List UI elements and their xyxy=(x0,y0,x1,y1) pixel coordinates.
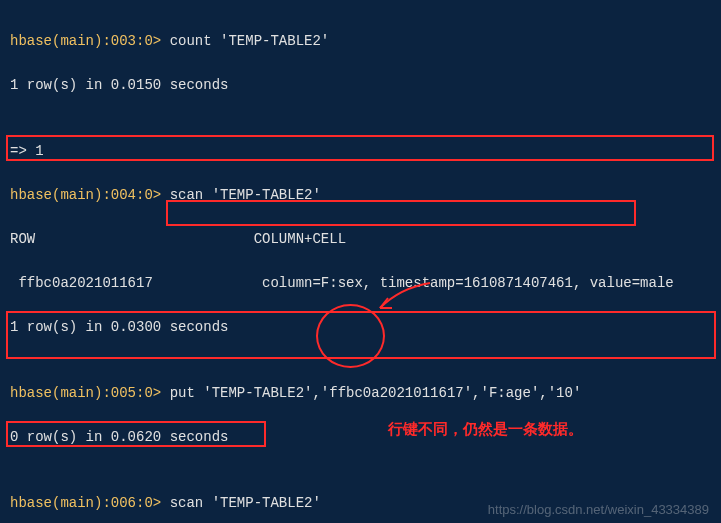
line: hbase(main):005:0> put 'TEMP-TABLE2','ff… xyxy=(10,382,711,404)
command-text: scan 'TEMP-TABLE2' xyxy=(161,187,321,203)
command-text: count 'TEMP-TABLE2' xyxy=(161,33,329,49)
prompt: hbase(main):003:0> xyxy=(10,33,161,49)
prompt: hbase(main):004:0> xyxy=(10,187,161,203)
command-text: scan 'TEMP-TABLE2' xyxy=(161,495,321,511)
line: ffbc0a2021011617 column=F:sex, timestamp… xyxy=(10,272,711,294)
command-text: put 'TEMP-TABLE2','ffbc0a2021011617','F:… xyxy=(161,385,581,401)
line: 1 row(s) in 0.0300 seconds xyxy=(10,316,711,338)
line: 0 row(s) in 0.0620 seconds xyxy=(10,426,711,448)
line: => 1 xyxy=(10,140,711,162)
terminal-output: hbase(main):003:0> count 'TEMP-TABLE2' 1… xyxy=(0,0,721,523)
prompt: hbase(main):005:0> xyxy=(10,385,161,401)
watermark-text: https://blog.csdn.net/weixin_43334389 xyxy=(488,502,709,517)
line: hbase(main):004:0> scan 'TEMP-TABLE2' xyxy=(10,184,711,206)
prompt: hbase(main):006:0> xyxy=(10,495,161,511)
line: ROW COLUMN+CELL xyxy=(10,228,711,250)
line: hbase(main):003:0> count 'TEMP-TABLE2' xyxy=(10,30,711,52)
line: 1 row(s) in 0.0150 seconds xyxy=(10,74,711,96)
annotation-text: 行键不同，仍然是一条数据。 xyxy=(388,420,583,439)
